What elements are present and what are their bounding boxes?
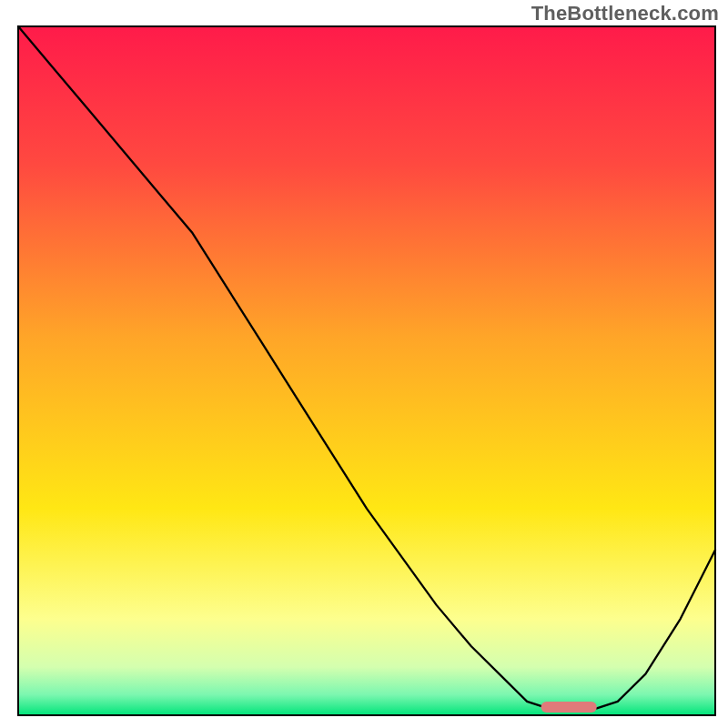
gradient-background [18,26,715,715]
optimal-range-marker [541,702,597,713]
bottleneck-chart [0,0,728,728]
chart-canvas: TheBottleneck.com [0,0,728,728]
